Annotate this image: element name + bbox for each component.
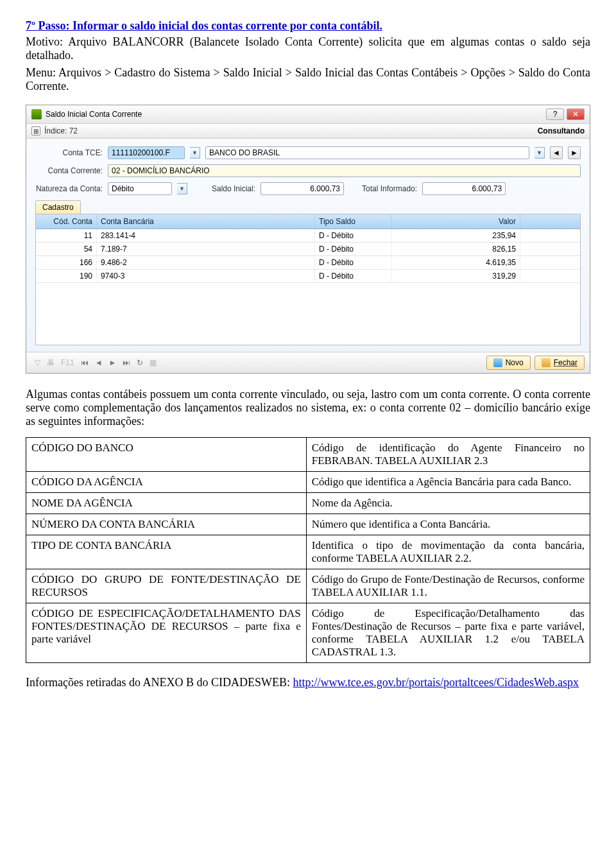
info-left: CÓDIGO DO GRUPO DE FONTE/DESTINAÇÃO DE R… xyxy=(26,569,307,603)
conta-corrente-value: 02 - DOMICÍLIO BANCÁRIO xyxy=(112,166,210,175)
close-window-button[interactable]: ✕ xyxy=(567,108,585,120)
info-row: NOME DA AGÊNCIANome da Agência. xyxy=(26,493,590,514)
cell-cod: 11 xyxy=(36,229,97,242)
titlebar[interactable]: Saldo Inicial Conta Corrente ? ✕ xyxy=(26,105,590,124)
motivo-text: Motivo: Arquivo BALANCORR (Balancete Iso… xyxy=(26,35,590,62)
grid-header: Cód. Conta Conta Bancária Tipo Saldo Val… xyxy=(36,214,580,229)
cell-cod: 54 xyxy=(36,243,97,255)
info-right: Código do Grupo de Fonte/Destinação de R… xyxy=(306,569,590,603)
close-icon: ✕ xyxy=(572,110,579,119)
tab-cadastro[interactable]: Cadastro xyxy=(35,200,81,214)
info-left: CÓDIGO DE ESPECIFICAÇÃO/DETALHAMENTO DAS… xyxy=(26,603,307,663)
saldo-inicial-field[interactable]: 6.000,73 xyxy=(261,182,344,195)
novo-button[interactable]: Novo xyxy=(486,356,531,370)
nav-first-button[interactable]: ⏮ xyxy=(78,358,92,367)
conta-tce-desc-field[interactable]: BANCO DO BRASIL xyxy=(205,146,529,159)
total-informado-value: 6.000,73 xyxy=(472,184,502,193)
mode-status: Consultando xyxy=(538,126,585,135)
next-record-button[interactable]: ► xyxy=(568,146,581,159)
conta-tce-label: Conta TCE: xyxy=(35,148,103,157)
index-bar: ⊞ Índice: 72 Consultando xyxy=(26,124,590,139)
info-right: Identifica o tipo de movimentação da con… xyxy=(306,535,590,569)
explain-text: Algumas contas contábeis possuem um cont… xyxy=(26,388,590,428)
cidadesweb-link[interactable]: http://www.tce.es.gov.br/portais/portalt… xyxy=(293,676,579,689)
table-row[interactable]: 1909740-3D - Débito319,29 xyxy=(36,270,580,283)
cell-valor: 319,29 xyxy=(392,270,520,282)
info-right: Código que identifica a Agência Bancária… xyxy=(306,472,590,493)
table-row[interactable]: 11283.141-4D - Débito235,94 xyxy=(36,229,580,243)
footnote: Informações retiradas do ANEXO B do CIDA… xyxy=(26,676,590,689)
window-title: Saldo Inicial Conta Corrente xyxy=(46,110,142,119)
form-area: Conta TCE: 111110200100.F ▼ BANCO DO BRA… xyxy=(26,139,590,352)
cell-tipo: D - Débito xyxy=(315,256,392,269)
cell-conta: 283.141-4 xyxy=(97,229,315,242)
fechar-label: Fechar xyxy=(554,358,578,367)
conta-tce-desc-dropdown[interactable]: ▼ xyxy=(535,147,545,159)
menu-path-text: Menu: Arquivos > Cadastro do Sistema > S… xyxy=(26,66,590,93)
fechar-button[interactable]: Fechar xyxy=(535,356,585,370)
export-icon[interactable]: ▦ xyxy=(146,358,160,367)
fechar-icon xyxy=(542,358,551,367)
col-cod-header[interactable]: Cód. Conta xyxy=(36,214,97,229)
help-icon: ? xyxy=(553,110,558,119)
info-row: CÓDIGO DE ESPECIFICAÇÃO/DETALHAMENTO DAS… xyxy=(26,603,590,663)
app-icon xyxy=(31,109,42,119)
cell-tipo: D - Débito xyxy=(315,270,392,282)
print-icon[interactable]: 🖶 xyxy=(44,358,58,367)
conta-corrente-label: Conta Corrente: xyxy=(35,166,103,175)
conta-tce-desc-value: BANCO DO BRASIL xyxy=(209,148,280,157)
cell-cod: 166 xyxy=(36,256,97,269)
indice-label: Índice: 72 xyxy=(44,126,78,135)
novo-icon xyxy=(493,358,502,367)
table-row[interactable]: 1669.486-2D - Débito4.619,35 xyxy=(36,256,580,270)
table-row[interactable]: 547.189-7D - Débito826,15 xyxy=(36,243,580,256)
info-left: CÓDIGO DA AGÊNCIA xyxy=(26,472,307,493)
total-informado-label: Total Informado: xyxy=(362,184,417,193)
footer-bar: ▽ 🖶 F11 ⏮ ◄ ► ⏭ ↻ ▦ Novo Fechar xyxy=(26,352,590,373)
info-row: CÓDIGO DO GRUPO DE FONTE/DESTINAÇÃO DE R… xyxy=(26,569,590,603)
nav-last-button[interactable]: ⏭ xyxy=(119,358,133,367)
nav-prev-button[interactable]: ◄ xyxy=(92,358,106,367)
conta-corrente-field: 02 - DOMICÍLIO BANCÁRIO xyxy=(108,164,581,177)
cell-valor: 4.619,35 xyxy=(392,256,520,269)
f11-label: F11 xyxy=(58,358,78,367)
cell-valor: 235,94 xyxy=(392,229,520,242)
info-row: CÓDIGO DO BANCOCódigo de identificação d… xyxy=(26,438,590,472)
info-left: CÓDIGO DO BANCO xyxy=(26,438,307,472)
conta-tce-code-value: 111110200100.F xyxy=(112,148,170,157)
col-tipo-header[interactable]: Tipo Saldo xyxy=(315,214,392,229)
help-button[interactable]: ? xyxy=(546,108,564,120)
nav-next-button[interactable]: ► xyxy=(106,358,120,367)
info-right: Número que identifica a Conta Bancária. xyxy=(306,514,590,535)
info-right: Código de Especificação/Detalhamento das… xyxy=(306,603,590,663)
col-conta-header[interactable]: Conta Bancária xyxy=(97,214,315,229)
cell-valor: 826,15 xyxy=(392,243,520,255)
cell-tipo: D - Débito xyxy=(315,243,392,255)
prev-record-button[interactable]: ◄ xyxy=(550,146,563,159)
grid: Cód. Conta Conta Bancária Tipo Saldo Val… xyxy=(35,214,581,345)
info-row: CÓDIGO DA AGÊNCIACódigo que identifica a… xyxy=(26,472,590,493)
footnote-pre: Informações retiradas do ANEXO B do CIDA… xyxy=(26,676,293,689)
cell-conta: 9740-3 xyxy=(97,270,315,282)
filter-icon[interactable]: ▽ xyxy=(31,358,44,367)
info-left: NÚMERO DA CONTA BANCÁRIA xyxy=(26,514,307,535)
cell-tipo: D - Débito xyxy=(315,229,392,242)
natureza-field[interactable]: Débito xyxy=(108,182,172,195)
index-icon[interactable]: ⊞ xyxy=(31,126,40,135)
cell-conta: 7.189-7 xyxy=(97,243,315,255)
info-row: TIPO DE CONTA BANCÁRIAIdentifica o tipo … xyxy=(26,535,590,569)
refresh-button[interactable]: ↻ xyxy=(133,358,146,367)
info-right: Nome da Agência. xyxy=(306,493,590,514)
info-left: NOME DA AGÊNCIA xyxy=(26,493,307,514)
natureza-dropdown[interactable]: ▼ xyxy=(177,183,187,194)
novo-label: Novo xyxy=(506,358,524,367)
total-informado-field: 6.000,73 xyxy=(422,182,506,195)
col-valor-header[interactable]: Valor xyxy=(392,214,520,229)
cell-cod: 190 xyxy=(36,270,97,282)
natureza-value: Débito xyxy=(112,184,134,193)
step-heading: 7º Passo: Informar o saldo inicial dos c… xyxy=(26,19,590,33)
conta-tce-code-field[interactable]: 111110200100.F xyxy=(108,146,185,159)
info-row: NÚMERO DA CONTA BANCÁRIANúmero que ident… xyxy=(26,514,590,535)
conta-tce-code-dropdown[interactable]: ▼ xyxy=(190,147,200,159)
info-left: TIPO DE CONTA BANCÁRIA xyxy=(26,535,307,569)
